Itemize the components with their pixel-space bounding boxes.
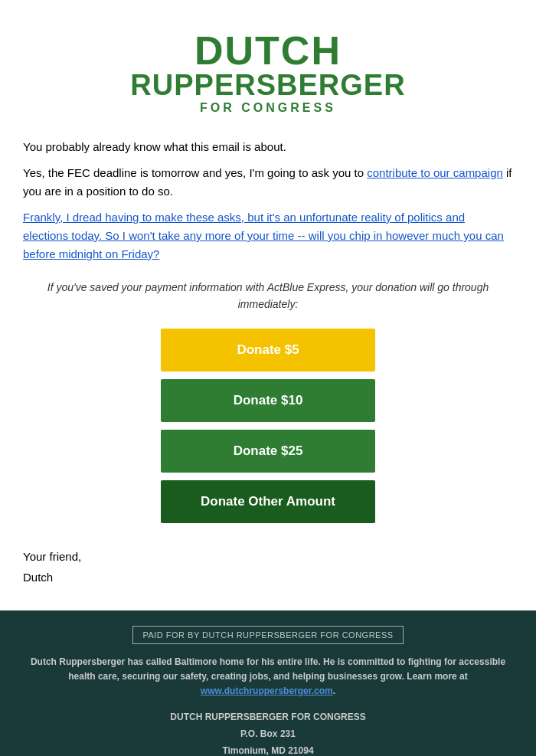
footer-city-state: Timonium, MD 21094: [23, 743, 513, 756]
donate-10-button[interactable]: Donate $10: [161, 379, 375, 422]
donate-5-button[interactable]: Donate $5: [161, 329, 375, 371]
sign-off-line2: Dutch: [23, 567, 513, 587]
body-para2-start: Yes, the FEC deadline is tomorrow and ye…: [23, 166, 367, 179]
footer: PAID FOR BY DUTCH RUPPERSBERGER FOR CONG…: [0, 610, 536, 756]
footer-website-link[interactable]: www.dutchruppersberger.com: [201, 686, 333, 696]
frankly-link[interactable]: Frankly, I dread having to make these as…: [23, 211, 504, 260]
buttons-container: Donate $5 Donate $10 Donate $25 Donate O…: [23, 329, 513, 523]
main-content: DUTCH RUPPERSBERGER FOR CONGRESS You pro…: [0, 0, 536, 610]
logo-container: DUTCH RUPPERSBERGER FOR CONGRESS: [23, 15, 513, 138]
italic-text: If you've saved your payment information…: [38, 279, 498, 313]
contribute-link[interactable]: contribute to our campaign: [367, 166, 503, 179]
sign-off: Your friend, Dutch: [23, 546, 513, 587]
donate-other-button[interactable]: Donate Other Amount: [161, 480, 375, 523]
logo-dutch: DUTCH: [23, 31, 513, 70]
footer-paid-for: PAID FOR BY DUTCH RUPPERSBERGER FOR CONG…: [132, 626, 403, 644]
body-para3: Frankly, I dread having to make these as…: [23, 208, 513, 263]
sign-off-line1: Your friend,: [23, 546, 513, 567]
logo-ruppersberger: RUPPERSBERGER: [23, 70, 513, 100]
footer-po-box: P.O. Box 231: [23, 726, 513, 743]
donate-25-button[interactable]: Donate $25: [161, 430, 375, 473]
body-para1: You probably already know what this emai…: [23, 138, 513, 156]
footer-bio-text-start: Dutch Ruppersberger has called Baltimore…: [31, 656, 505, 682]
footer-address: DUTCH RUPPERSBERGER FOR CONGRESS P.O. Bo…: [23, 709, 513, 756]
footer-org-name: DUTCH RUPPERSBERGER FOR CONGRESS: [23, 709, 513, 726]
logo-for-congress: FOR CONGRESS: [23, 101, 513, 115]
footer-bio: Dutch Ruppersberger has called Baltimore…: [23, 655, 513, 699]
body-para2: Yes, the FEC deadline is tomorrow and ye…: [23, 164, 513, 201]
footer-bio-period: .: [333, 686, 335, 696]
